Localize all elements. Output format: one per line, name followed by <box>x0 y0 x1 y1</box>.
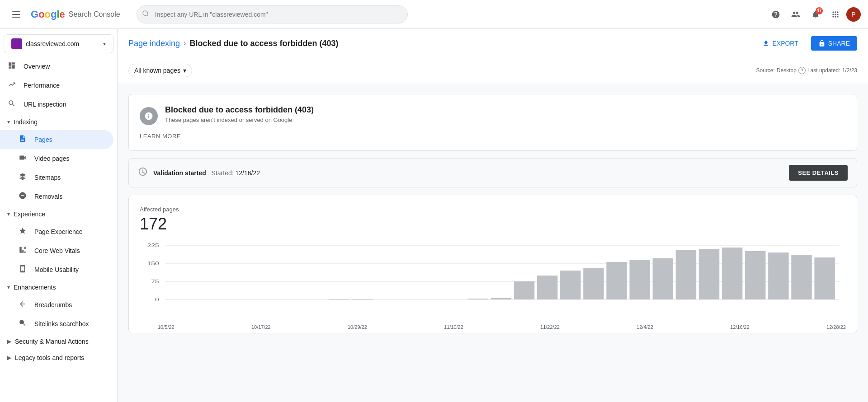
menu-icon[interactable] <box>7 5 25 23</box>
card-description: These pages aren't indexed or served on … <box>165 117 314 123</box>
topbar: Google Search Console <box>0 0 868 29</box>
legacy-chevron: ▶ <box>7 355 11 361</box>
indexing-label: Indexing <box>14 118 38 126</box>
app-logo[interactable]: Google Search Console <box>31 9 120 20</box>
svg-rect-38 <box>745 251 765 299</box>
sidebar-section-security[interactable]: ▶ Security & Manual Actions <box>0 333 117 350</box>
see-details-button[interactable]: SEE DETAILS <box>789 165 848 181</box>
svg-rect-20 <box>329 299 349 299</box>
filter-bar: All known pages ▾ Source: Desktop ? Last… <box>118 58 868 83</box>
card-info: Blocked due to access forbidden (403) Th… <box>140 105 846 125</box>
sidebar-item-video-pages[interactable]: Video pages <box>0 149 113 168</box>
sidebar-item-sitelinks-searchbox[interactable]: Sitelinks searchbox <box>0 314 113 333</box>
chart-x-label-4: 11/10/22 <box>444 324 463 330</box>
share-person-button[interactable] <box>787 5 805 23</box>
svg-rect-39 <box>768 252 788 299</box>
sidebar-item-performance[interactable]: Performance <box>0 76 113 95</box>
notifications-button[interactable]: 47 <box>807 5 825 23</box>
svg-rect-2 <box>12 17 20 18</box>
app-body: classreviewed.com ▾ Overview Performance <box>0 29 868 402</box>
page-header: Page indexing › Blocked due to access fo… <box>118 29 868 58</box>
sidebar-item-video-pages-label: Video pages <box>34 155 70 162</box>
sidebar-item-overview[interactable]: Overview <box>0 57 113 76</box>
chart-x-label-5: 11/22/22 <box>540 324 560 330</box>
validation-icon <box>138 167 148 179</box>
card-title: Blocked due to access forbidden (403) <box>165 105 314 115</box>
sidebar-section-indexing[interactable]: ▾ Indexing <box>0 114 117 130</box>
property-icon <box>11 38 22 49</box>
svg-rect-30 <box>560 271 580 299</box>
user-avatar[interactable]: P <box>846 7 861 22</box>
validation-text: Validation started Started: 12/16/22 <box>153 169 260 177</box>
property-name: classreviewed.com <box>26 40 99 47</box>
video-pages-icon <box>18 154 27 164</box>
sidebar-item-core-web-vitals-label: Core Web Vitals <box>34 247 80 254</box>
sidebar-item-mobile-usability[interactable]: Mobile Usability <box>0 260 113 279</box>
sidebar-section-experience[interactable]: ▾ Experience <box>0 206 117 222</box>
chart-x-label-2: 10/17/22 <box>251 324 271 330</box>
svg-point-3 <box>143 11 148 16</box>
info-icon <box>140 107 158 125</box>
breadcrumb-parent[interactable]: Page indexing <box>128 39 180 48</box>
svg-rect-36 <box>699 249 719 299</box>
svg-rect-31 <box>583 268 604 299</box>
sidebar-item-pages[interactable]: Pages <box>0 130 113 149</box>
core-web-vitals-icon <box>18 246 27 256</box>
sidebar-item-url-inspection[interactable]: URL inspection <box>0 95 113 114</box>
svg-rect-21 <box>352 299 373 299</box>
export-button[interactable]: EXPORT <box>755 36 805 51</box>
experience-chevron: ▾ <box>7 211 10 217</box>
sidebar-item-breadcrumbs-label: Breadcrumbs <box>34 301 72 309</box>
topbar-actions: 47 P <box>767 5 861 23</box>
chart-x-label-3: 10/29/22 <box>348 324 367 330</box>
source-info-icon[interactable]: ? <box>798 67 806 74</box>
sitelinks-icon <box>18 319 27 329</box>
legacy-label: Legacy tools and reports <box>15 354 84 361</box>
svg-rect-28 <box>514 281 534 299</box>
main-content: Page indexing › Blocked due to access fo… <box>118 29 868 402</box>
chart-x-label-8: 12/28/22 <box>826 324 846 330</box>
svg-rect-40 <box>791 255 811 299</box>
sidebar-nav: Overview Performance URL inspection ▾ In… <box>0 57 117 366</box>
sidebar-item-removals-label: Removals <box>34 193 62 200</box>
sidebar-item-removals[interactable]: Removals <box>0 187 113 206</box>
sidebar-item-page-experience[interactable]: Page Experience <box>0 222 113 241</box>
share-button[interactable]: SHARE <box>811 36 857 51</box>
sitemaps-icon <box>18 173 27 182</box>
security-chevron: ▶ <box>7 338 11 345</box>
overview-icon <box>7 61 16 71</box>
url-inspection-icon <box>7 99 16 109</box>
chart-x-label-1: 10/5/22 <box>158 324 175 330</box>
sidebar-item-breadcrumbs[interactable]: Breadcrumbs <box>0 295 113 314</box>
affected-pages-label: Affected pages <box>140 206 846 213</box>
validation-date-value: 12/16/22 <box>236 169 260 177</box>
learn-more-button[interactable]: LEARN MORE <box>140 133 181 140</box>
sidebar-section-enhancements[interactable]: ▾ Enhancements <box>0 279 117 295</box>
pages-icon <box>18 135 27 145</box>
source-value: Desktop <box>777 67 797 74</box>
sidebar-item-pages-label: Pages <box>34 136 52 143</box>
svg-text:0: 0 <box>155 297 159 302</box>
sidebar-item-core-web-vitals[interactable]: Core Web Vitals <box>0 241 113 260</box>
svg-text:75: 75 <box>151 279 159 284</box>
svg-rect-1 <box>12 14 20 15</box>
sidebar-section-legacy[interactable]: ▶ Legacy tools and reports <box>0 350 117 366</box>
property-selector[interactable]: classreviewed.com ▾ <box>4 34 113 53</box>
breadcrumbs-icon <box>18 300 27 310</box>
svg-rect-29 <box>537 276 557 299</box>
svg-rect-27 <box>491 298 511 299</box>
sidebar-item-sitemaps[interactable]: Sitemaps <box>0 168 113 187</box>
property-dropdown-arrow: ▾ <box>103 41 106 47</box>
sidebar: classreviewed.com ▾ Overview Performance <box>0 29 118 402</box>
svg-rect-41 <box>814 257 835 299</box>
pages-filter-dropdown[interactable]: All known pages ▾ <box>128 64 192 77</box>
apps-button[interactable] <box>826 5 844 23</box>
svg-rect-32 <box>606 262 627 299</box>
svg-rect-37 <box>722 248 742 299</box>
mobile-usability-icon <box>18 265 27 275</box>
svg-rect-34 <box>653 258 673 299</box>
validation-banner: Validation started Started: 12/16/22 SEE… <box>128 158 857 187</box>
card-info-content: Blocked due to access forbidden (403) Th… <box>165 105 314 123</box>
help-button[interactable] <box>767 5 785 23</box>
url-inspect-input[interactable] <box>137 5 408 23</box>
